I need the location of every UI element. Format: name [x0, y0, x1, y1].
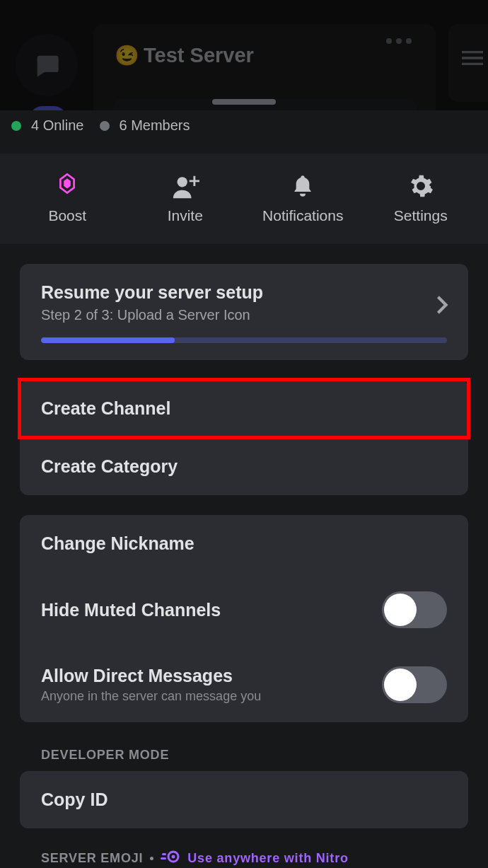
create-channel-label: Create Channel: [41, 398, 170, 419]
bullet-separator: [150, 857, 153, 860]
gear-icon: [408, 172, 434, 200]
bell-icon: [291, 172, 314, 200]
setup-title: Resume your server setup: [41, 282, 447, 303]
setup-progress-bar: [41, 337, 447, 343]
developer-mode-label: DEVELOPER MODE: [41, 748, 169, 763]
channel-actions-card: Create Channel Create Category: [20, 380, 468, 495]
chevron-right-icon: [436, 295, 448, 318]
hide-muted-item: Hide Muted Channels: [20, 572, 468, 647]
server-emoji-header: SERVER EMOJI Use anywhere with Nitro: [20, 844, 468, 868]
developer-mode-header: DEVELOPER MODE: [20, 742, 468, 771]
invite-label: Invite: [168, 207, 203, 224]
presence-stats: 4 Online 6 Members: [0, 110, 488, 134]
nitro-text[interactable]: Use anywhere with Nitro: [187, 851, 348, 866]
create-channel-item[interactable]: Create Channel: [20, 380, 468, 437]
server-options-sheet: 4 Online 6 Members Boost Invite Notifica…: [0, 110, 488, 868]
invite-action[interactable]: Invite: [127, 172, 245, 224]
change-nickname-item[interactable]: Change Nickname: [20, 515, 468, 572]
boost-action[interactable]: Boost: [8, 172, 127, 224]
settings-label: Settings: [394, 207, 448, 224]
notifications-label: Notifications: [262, 207, 343, 224]
allow-dm-item: Allow Direct Messages Anyone in the serv…: [20, 647, 468, 722]
setup-card[interactable]: Resume your server setup Step 2 of 3: Up…: [20, 264, 468, 360]
create-category-item[interactable]: Create Category: [20, 437, 468, 495]
invite-icon: [171, 172, 199, 200]
quick-actions-row: Boost Invite Notifications Settings: [0, 154, 488, 244]
svg-point-2: [172, 855, 175, 859]
online-indicator-icon: [11, 121, 21, 131]
copy-id-item[interactable]: Copy ID: [20, 771, 468, 828]
boost-icon: [57, 172, 78, 200]
svg-point-0: [177, 177, 187, 187]
notifications-action[interactable]: Notifications: [244, 172, 362, 224]
developer-card: Copy ID: [20, 771, 468, 828]
sheet-content: Resume your server setup Step 2 of 3: Up…: [0, 244, 488, 868]
create-category-label: Create Category: [41, 456, 178, 477]
hide-muted-toggle[interactable]: [382, 591, 447, 628]
allow-dm-sublabel: Anyone in the server can message you: [41, 689, 261, 704]
allow-dm-label: Allow Direct Messages: [41, 666, 233, 685]
settings-action[interactable]: Settings: [362, 172, 480, 224]
hide-muted-label: Hide Muted Channels: [41, 600, 221, 620]
boost-label: Boost: [48, 207, 86, 224]
setup-step: Step 2 of 3: Upload a Server Icon: [41, 307, 447, 323]
svg-rect-3: [162, 853, 166, 855]
allow-dm-toggle[interactable]: [382, 666, 447, 703]
copy-id-label: Copy ID: [41, 789, 108, 810]
setup-progress-fill: [41, 337, 175, 343]
user-settings-card: Change Nickname Hide Muted Channels Allo…: [20, 515, 468, 722]
sheet-handle[interactable]: [212, 99, 276, 105]
server-emoji-label: SERVER EMOJI: [41, 851, 143, 866]
online-count: 4 Online: [31, 117, 84, 134]
members-count: 6 Members: [120, 117, 190, 134]
svg-rect-4: [161, 857, 166, 860]
change-nickname-label: Change Nickname: [41, 533, 194, 554]
nitro-icon: [161, 850, 180, 867]
members-indicator-icon: [100, 121, 110, 131]
